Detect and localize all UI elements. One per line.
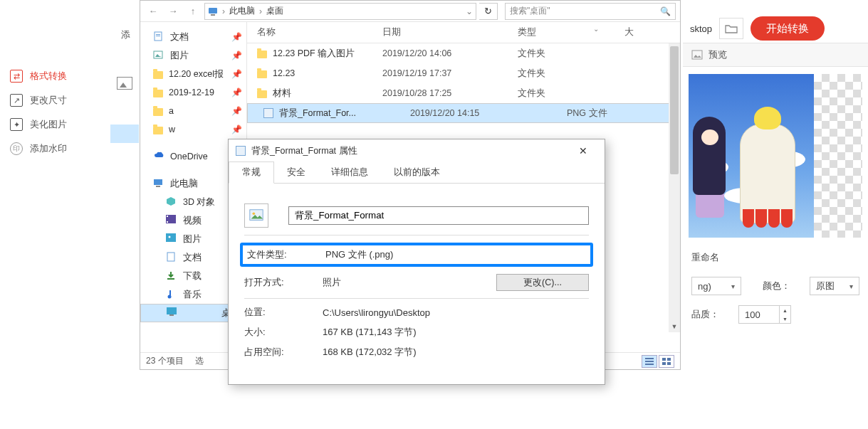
disk-label: 占用空间: <box>244 346 323 359</box>
pc-icon <box>208 6 218 16</box>
file-name: 12.23 <box>273 68 295 78</box>
crumb-sep-icon: › <box>222 6 225 16</box>
col-name[interactable]: 名称 <box>247 26 382 38</box>
svg-rect-19 <box>645 361 654 362</box>
svg-point-15 <box>168 295 172 299</box>
file-date: 2019/12/19 17:37 <box>382 68 518 78</box>
svg-rect-1 <box>211 14 215 16</box>
size-label: 大小: <box>244 326 323 339</box>
step-up-icon[interactable]: ▲ <box>780 306 790 314</box>
3d-icon <box>166 196 177 208</box>
svg-rect-22 <box>667 358 671 361</box>
props-tab[interactable]: 安全 <box>274 162 318 183</box>
tree-node[interactable]: 文档📌 <box>140 28 246 46</box>
col-date[interactable]: 日期 <box>382 26 518 38</box>
image-placeholder-icon <box>117 77 132 90</box>
crumb-sep-icon: › <box>259 6 262 16</box>
file-row[interactable]: 背景_Format_For...2019/12/20 14:15PNG 文件 <box>247 103 680 123</box>
tree-label: a <box>169 106 174 116</box>
file-date: 2019/12/20 14:06 <box>382 48 518 58</box>
column-headers[interactable]: 名称 日期 类型 大 <box>247 22 680 43</box>
address-bar[interactable]: › 此电脑 › 桌面 ⌄ <box>204 3 476 20</box>
tree-node[interactable]: 12.20 excel报📌 <box>140 65 246 83</box>
tree-label: 图片 <box>183 233 202 245</box>
props-tab[interactable]: 以前的版本 <box>381 162 453 183</box>
chevron-down-icon[interactable]: ⌄ <box>466 6 473 16</box>
col-type[interactable]: 类型 <box>518 26 624 38</box>
tree-label: 12.20 excel报 <box>169 68 224 80</box>
folder-icon <box>257 70 267 78</box>
folder-icon <box>257 51 267 58</box>
preview-label: 预览 <box>708 48 727 61</box>
svg-rect-14 <box>167 278 174 280</box>
quality-stepper[interactable]: 100 ▲▼ <box>738 305 791 324</box>
svg-rect-23 <box>662 362 666 365</box>
filename-input[interactable] <box>288 206 589 225</box>
vertical-scrollbar[interactable]: ▲ ▼ <box>669 43 680 332</box>
scrollbar-thumb[interactable] <box>670 46 679 174</box>
image-icon <box>691 50 703 60</box>
sidebar-item-label: 格式转换 <box>30 70 67 83</box>
resize-icon: ↗ <box>10 94 23 107</box>
nav-back-button[interactable]: ← <box>145 3 162 20</box>
svg-rect-0 <box>209 8 217 14</box>
search-input[interactable]: 搜索"桌面" 🔍 <box>505 3 676 20</box>
filetype-value: PNG 文件 (.png) <box>325 248 393 261</box>
preview-header: 预览 <box>683 43 868 67</box>
add-label: 添 <box>121 28 130 41</box>
nav-up-button[interactable]: ↑ <box>184 3 202 20</box>
pin-icon: 📌 <box>231 51 242 60</box>
doc2-icon <box>166 252 177 263</box>
step-down-icon[interactable]: ▼ <box>780 314 790 323</box>
props-tab[interactable]: 常规 <box>229 161 274 184</box>
refresh-button[interactable]: ↻ <box>479 3 498 20</box>
start-convert-button[interactable]: 开始转换 <box>751 16 825 41</box>
view-details-button[interactable] <box>642 355 657 368</box>
pin-icon: 📌 <box>231 125 242 134</box>
breadcrumb-desktop[interactable]: 桌面 <box>266 5 283 17</box>
desk-icon <box>167 307 178 319</box>
pin-icon: 📌 <box>231 69 242 79</box>
search-icon: 🔍 <box>660 6 671 16</box>
file-type-icon <box>244 203 268 228</box>
format-select[interactable]: ng) ▾ <box>691 277 741 295</box>
tree-node[interactable]: 2019-12-19📌 <box>140 83 246 102</box>
preview-thumbnail <box>689 74 862 238</box>
dl-icon <box>166 270 177 282</box>
pic2-icon <box>166 233 177 245</box>
filetype-label: 文件类型: <box>247 248 325 261</box>
sidebar-item-beautify[interactable]: ✦ 美化图片 <box>0 112 107 137</box>
open-folder-button[interactable] <box>719 18 743 39</box>
svg-rect-9 <box>167 216 168 217</box>
file-row[interactable]: 材料2019/10/28 17:25文件夹 <box>247 83 680 103</box>
properties-dialog: 背景_Format_Format 属性 ✕ 常规安全详细信息以前的版本 文件类型… <box>228 139 605 385</box>
col-size[interactable]: 大 <box>624 26 634 38</box>
props-tab[interactable]: 详细信息 <box>318 162 381 183</box>
png-file-icon <box>236 146 246 156</box>
close-button[interactable]: ✕ <box>569 141 597 161</box>
right-panel: sktop 开始转换 预览 <box>683 14 868 329</box>
sidebar-item-resize[interactable]: ↗ 更改尺寸 <box>0 88 107 112</box>
sidebar-item-format[interactable]: ⇄ 格式转换 <box>0 64 107 88</box>
location-value: C:\Users\lirongyu\Desktop <box>323 307 430 318</box>
folder-icon <box>153 90 163 97</box>
tree-node[interactable]: 图片📌 <box>140 46 246 65</box>
breadcrumb-pc[interactable]: 此电脑 <box>229 5 255 17</box>
desktop-path-fragment: sktop <box>690 23 712 34</box>
view-icons-button[interactable] <box>659 355 674 368</box>
color-select[interactable]: 原图 ▾ <box>810 277 859 295</box>
file-row[interactable]: 12.232019/12/19 17:37文件夹 <box>247 63 680 83</box>
svg-rect-4 <box>156 36 160 36</box>
change-button[interactable]: 更改(C)... <box>496 274 589 291</box>
tree-node[interactable]: w📌 <box>140 120 246 139</box>
nav-forward-button[interactable]: → <box>164 3 182 20</box>
tree-node[interactable]: a📌 <box>140 102 246 120</box>
svg-rect-17 <box>169 314 174 316</box>
svg-rect-18 <box>645 358 654 359</box>
scroll-down-icon[interactable]: ▼ <box>669 321 680 332</box>
file-row[interactable]: 12.23 PDF 输入图片2019/12/20 14:06文件夹 <box>247 43 680 63</box>
openwith-value: 照片 <box>323 276 341 289</box>
tree-label: 文档 <box>170 31 189 43</box>
file-name: 材料 <box>273 88 291 100</box>
sidebar-item-watermark[interactable]: 印 添加水印 <box>0 137 107 161</box>
